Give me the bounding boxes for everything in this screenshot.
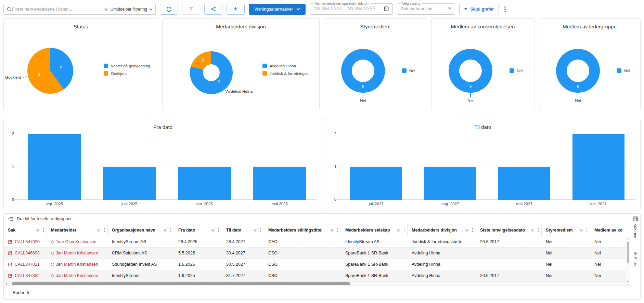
- management-team-donut-chart[interactable]: 5: [556, 49, 600, 93]
- column-header-divisjon[interactable]: Medarbeiders divisjon: [408, 224, 476, 236]
- cell-sak: CALL347021: [4, 259, 47, 270]
- bar[interactable]: [572, 134, 624, 200]
- share-button[interactable]: [204, 4, 222, 15]
- scroll-up-icon[interactable]: ▲: [627, 237, 629, 241]
- column-header-stillingstittel[interactable]: Medarbeiders stillingstittel: [264, 224, 341, 236]
- hide-charts-button[interactable]: Skjul grafer: [459, 4, 499, 14]
- column-filter-icon[interactable]: [396, 228, 401, 232]
- side-tab-kolonner[interactable]: Kolonner: [633, 223, 637, 240]
- column-filter-icon[interactable]: [465, 228, 469, 232]
- column-header-styremedlem[interactable]: Styremedlem: [542, 224, 590, 236]
- column-header-sak[interactable]: Sak: [4, 224, 47, 236]
- status-pie-chart[interactable]: 2 3: [27, 48, 73, 94]
- instant-filter-dropdown[interactable]: Umiddelbar filtrering: [104, 7, 153, 12]
- view-options-button[interactable]: Visningsalternativer: [249, 4, 306, 15]
- column-filter-icon[interactable]: [530, 228, 535, 232]
- legend-item[interactable]: Nei: [510, 68, 523, 73]
- column-menu-icon[interactable]: [103, 227, 106, 233]
- table-row[interactable]: CALL346698 Jan Martin Kristiansen CRM So…: [4, 248, 630, 259]
- legend-item[interactable]: Venter på godkjenning: [104, 64, 150, 68]
- column-header-fra-dato[interactable]: Fra dato ↑: [174, 224, 222, 236]
- column-menu-icon[interactable]: [260, 227, 262, 233]
- legend-item[interactable]: Nei: [617, 68, 630, 73]
- scroll-down-icon[interactable]: ▼: [627, 280, 629, 284]
- cell-selskap: SpareBank 1 SR-Bank: [341, 259, 408, 270]
- horizontal-scrollbar-thumb[interactable]: [12, 282, 350, 285]
- legend-item[interactable]: Juridisk & forretningss...: [262, 71, 312, 76]
- column-header-til-dato[interactable]: Til dato: [222, 224, 264, 236]
- bar[interactable]: [103, 167, 156, 200]
- group-management-donut-chart[interactable]: 5: [449, 49, 492, 93]
- x-tick-label: mai 2027: [487, 202, 562, 206]
- table-row[interactable]: CALL347021 Jan Martin Kristiansen Soundg…: [4, 259, 630, 270]
- horizontal-scrollbar[interactable]: ◄ ►: [4, 281, 630, 286]
- person-link[interactable]: Jan Martin Kristiansen: [51, 251, 98, 255]
- refresh-button[interactable]: [160, 4, 178, 15]
- bar[interactable]: [28, 134, 81, 200]
- division-donut-chart[interactable]: 1 4: [190, 51, 233, 94]
- column-menu-icon[interactable]: [42, 227, 45, 233]
- column-menu-icon[interactable]: [537, 227, 540, 233]
- column-filter-icon[interactable]: [330, 228, 334, 232]
- column-menu-icon[interactable]: [337, 227, 339, 233]
- case-link[interactable]: CALL346698: [8, 251, 40, 255]
- legend-item[interactable]: Nei: [402, 68, 415, 73]
- more-options-icon[interactable]: [503, 5, 507, 13]
- column-menu-icon[interactable]: [472, 227, 474, 233]
- column-header-organisasjonen-navn[interactable]: Organisasjonen navn: [108, 224, 174, 236]
- scroll-left-icon[interactable]: ◄: [5, 282, 7, 286]
- side-tab-filtre[interactable]: Filtre: [633, 257, 637, 266]
- fra-dato-bar-chart[interactable]: 2 1 0: [17, 134, 317, 200]
- view-select-field[interactable]: Velg visning Saksbehandling: [397, 2, 455, 15]
- bar[interactable]: [253, 167, 306, 200]
- date-range-input[interactable]: DD.MM.ÅÅÅÅ - DD.MM.ÅÅÅÅ: [313, 6, 375, 11]
- person-link[interactable]: Tore Olav Kristiansen: [51, 239, 96, 244]
- bar[interactable]: [178, 167, 231, 200]
- cell-sak: CALL347332: [4, 270, 47, 281]
- search-input[interactable]: [12, 6, 104, 12]
- legend-item[interactable]: Avdeling Hinna: [262, 64, 312, 68]
- bar[interactable]: [350, 167, 402, 200]
- person-link[interactable]: Jan Martin Kristiansen: [51, 262, 98, 267]
- columns-icon[interactable]: [633, 216, 638, 222]
- table-row[interactable]: CALL347332 Jan Martin Kristiansen Identi…: [4, 270, 630, 281]
- cell-fra-dato: 1.9.2025: [174, 270, 222, 281]
- cell-medarbeider: Jan Martin Kristiansen: [47, 259, 108, 270]
- column-header-selskap[interactable]: Medarbeiders selskap: [341, 224, 408, 236]
- download-button[interactable]: [227, 4, 245, 15]
- cell-sak: CALL347020: [4, 236, 47, 247]
- slice-value-label: 5: [341, 84, 385, 88]
- person-link[interactable]: Jan Martin Kristiansen: [51, 273, 98, 278]
- column-filter-icon[interactable]: [163, 228, 167, 232]
- table-row[interactable]: CALL347020 Tore Olav Kristiansen Identit…: [4, 236, 630, 248]
- column-filter-icon[interactable]: [211, 228, 215, 232]
- column-filter-icon[interactable]: [36, 228, 40, 232]
- case-link[interactable]: CALL347021: [8, 262, 40, 267]
- column-header-siste-innvilgelsesdato[interactable]: Siste innvilgelsesdato: [476, 224, 542, 236]
- vertical-scrollbar-thumb[interactable]: [627, 242, 629, 263]
- column-header-medarbeider[interactable]: Medarbeider: [47, 224, 108, 236]
- board-member-donut-chart[interactable]: 5: [341, 49, 385, 93]
- column-filter-icon[interactable]: [253, 228, 257, 232]
- charts-row-bottom: Fra dato 2 1 0 sep. 2025 juni 2025 apr. …: [0, 110, 644, 210]
- search-box[interactable]: Umiddelbar filtrering: [3, 4, 156, 15]
- bar[interactable]: [424, 167, 476, 200]
- column-header-medlem-av-ko[interactable]: Medlem av ko: [590, 224, 626, 236]
- column-menu-icon[interactable]: [170, 227, 172, 233]
- column-filter-icon[interactable]: [96, 228, 101, 232]
- date-range-field[interactable]: Vis henvendelser opprettet i tidsrom DD.…: [310, 2, 393, 15]
- til-dato-bar-chart[interactable]: 2 1 0: [339, 134, 635, 200]
- filter-lines-icon[interactable]: [633, 251, 638, 255]
- column-menu-icon[interactable]: [403, 227, 405, 233]
- column-filter-icon[interactable]: [579, 228, 583, 232]
- calendar-icon[interactable]: [384, 6, 389, 11]
- legend-item[interactable]: Godkjent: [104, 71, 150, 76]
- case-link[interactable]: CALL347332: [8, 273, 40, 278]
- column-menu-icon[interactable]: [218, 227, 220, 233]
- bar[interactable]: [498, 167, 550, 200]
- clear-filter-button[interactable]: [182, 4, 200, 15]
- column-menu-icon[interactable]: [586, 227, 588, 233]
- case-link[interactable]: CALL347020: [8, 239, 40, 244]
- row-group-dropzone[interactable]: Dra hit for å sette radgrupper: [4, 214, 630, 224]
- vertical-scrollbar[interactable]: ▲ ▼: [626, 236, 630, 284]
